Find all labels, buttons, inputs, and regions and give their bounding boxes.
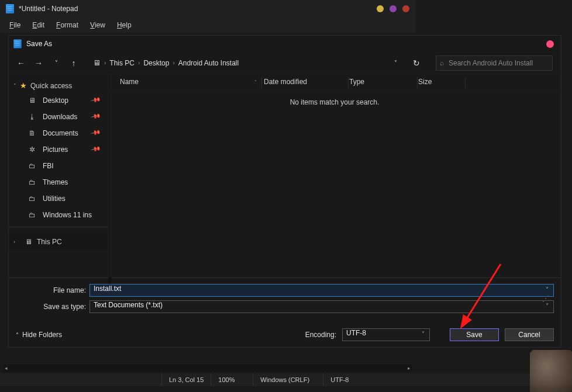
col-type[interactable]: Type — [349, 78, 418, 86]
sidebar-item-label: Desktop — [43, 96, 68, 105]
dialog-toolbar: ← → ˅ ↑ 🖥 › This PC › Desktop › Android … — [9, 52, 561, 74]
sidebar-item-label: Pictures — [43, 145, 68, 154]
dialog-footer: ˄ Hide Folders Encoding: UTF-8 Save Canc… — [9, 322, 561, 347]
sidebar-item-label: Themes — [43, 178, 68, 186]
encoding-label: Encoding: — [305, 331, 336, 339]
sidebar-list: 🖥Desktop📌 ⭳Downloads📌 🗎Documents📌 ✲Pictu… — [9, 92, 108, 223]
folder-icon: 🗀 — [27, 162, 37, 170]
dialog-close-dot[interactable] — [546, 40, 554, 48]
dialog-title: Save As — [26, 40, 546, 48]
refresh-button[interactable]: ↻ — [412, 59, 421, 67]
close-dot[interactable] — [402, 5, 409, 12]
hide-folders-toggle[interactable]: ˄ Hide Folders — [16, 331, 62, 339]
sidebar-item-win11[interactable]: 🗀Windows 11 ins — [23, 207, 108, 223]
desktop-icon: 🖥 — [27, 96, 37, 105]
status-cursor-pos: Ln 3, Col 15 — [161, 373, 211, 386]
filetype-label: Save as type: — [16, 303, 86, 311]
sidebar-item-label: Windows 11 ins — [43, 211, 92, 219]
quick-access-label: Quick access — [30, 82, 72, 90]
sort-indicator: ˄ — [254, 79, 257, 85]
minimize-dot[interactable] — [377, 5, 384, 12]
folder-icon: 🗀 — [27, 211, 37, 219]
sidebar-item-downloads[interactable]: ⭳Downloads📌 — [23, 109, 108, 125]
search-input[interactable]: ⌕ Search Android Auto Install — [436, 55, 553, 71]
pin-icon: 📌 — [90, 110, 104, 123]
dialog-titlebar: Save As — [9, 36, 561, 52]
maximize-dot[interactable] — [390, 5, 397, 12]
status-line-ending: Windows (CRLF) — [253, 373, 323, 386]
breadcrumb-seg-1[interactable]: Desktop — [143, 59, 169, 67]
resize-grip[interactable]: ⋰ — [542, 294, 549, 301]
sidebar-item-utilities[interactable]: 🗀Utilities — [23, 190, 108, 207]
sidebar-item-label: Documents — [43, 129, 78, 137]
menu-file[interactable]: File — [5, 20, 25, 30]
search-icon: ⌕ — [440, 59, 444, 67]
cancel-button[interactable]: Cancel — [505, 328, 554, 341]
dialog-body: ˅ ★ Quick access 🖥Desktop📌 ⭳Downloads📌 🗎… — [9, 74, 561, 277]
breadcrumb-seg-0[interactable]: This PC — [109, 59, 135, 67]
chevron-right-icon: › — [13, 239, 20, 245]
col-date-modified[interactable]: Date modified — [264, 78, 349, 86]
sidebar-this-pc[interactable]: › 🖥 This PC — [9, 234, 108, 249]
nav-arrows: ← → ˅ ↑ — [17, 59, 78, 67]
chevron-down-icon: ˅ — [13, 83, 16, 89]
sidebar-item-label: Utilities — [43, 195, 66, 203]
filetype-select[interactable]: Text Documents (*.txt) — [89, 300, 554, 313]
menu-edit[interactable]: Edit — [27, 20, 49, 30]
col-size[interactable]: Size — [418, 78, 465, 86]
pc-icon: 🖥 — [93, 58, 101, 67]
chevron-up-icon: ˄ — [16, 332, 19, 338]
sidebar: ˅ ★ Quick access 🖥Desktop📌 ⭳Downloads📌 🗎… — [9, 74, 108, 277]
chevron-right-icon: › — [104, 60, 106, 66]
sidebar-item-label: Downloads — [43, 113, 77, 121]
scroll-right-icon[interactable]: ▸ — [408, 365, 411, 371]
recent-dropdown[interactable]: ˅ — [52, 59, 60, 67]
search-placeholder: Search Android Auto Install — [449, 59, 533, 67]
pc-icon: 🖥 — [25, 238, 32, 246]
breadcrumb-seg-2[interactable]: Android Auto Install — [178, 59, 239, 67]
column-headers: Name˄ Date modified Type Size — [108, 74, 561, 90]
filename-input[interactable]: Install.txt — [89, 284, 554, 297]
scroll-left-icon[interactable]: ◂ — [5, 365, 8, 371]
pin-icon: 📌 — [90, 94, 104, 107]
back-button[interactable]: ← — [17, 59, 25, 67]
address-dropdown[interactable]: ˅ — [391, 59, 399, 67]
menu-format[interactable]: Format — [51, 20, 83, 30]
pin-icon: 📌 — [90, 127, 104, 140]
dialog-icon — [13, 39, 21, 48]
status-zoom: 100% — [211, 373, 253, 386]
dialog-form: File name: Install.txt Save as type: Tex… — [9, 277, 561, 322]
menu-view[interactable]: View — [85, 20, 110, 30]
chevron-right-icon: › — [173, 60, 174, 66]
status-bar: Ln 3, Col 15 100% Windows (CRLF) UTF-8 — [0, 373, 572, 386]
status-encoding: UTF-8 — [323, 373, 381, 386]
menu-bar: File Edit Format View Help — [0, 18, 415, 33]
sidebar-item-documents[interactable]: 🗎Documents📌 — [23, 125, 108, 141]
star-icon: ★ — [20, 81, 27, 90]
document-icon: 🗎 — [27, 129, 37, 137]
window-controls — [377, 5, 409, 12]
sidebar-item-desktop[interactable]: 🖥Desktop📌 — [23, 92, 108, 109]
folder-icon: 🗀 — [27, 178, 37, 186]
save-as-dialog: Save As ← → ˅ ↑ 🖥 › This PC › Desktop › … — [8, 35, 561, 348]
sidebar-item-pictures[interactable]: ✲Pictures📌 — [23, 141, 108, 158]
sidebar-item-fbi[interactable]: 🗀FBI — [23, 158, 108, 174]
encoding-select[interactable]: UTF-8 — [342, 328, 430, 341]
sidebar-item-themes[interactable]: 🗀Themes — [23, 174, 108, 190]
divider — [9, 227, 108, 227]
notepad-hscrollbar[interactable]: ◂ ▸ — [4, 364, 412, 372]
filename-label: File name: — [16, 286, 86, 294]
forward-button[interactable]: → — [35, 59, 43, 67]
breadcrumb[interactable]: 🖥 › This PC › Desktop › Android Auto Ins… — [93, 58, 385, 67]
folder-icon: 🗀 — [27, 195, 37, 203]
notepad-titlebar: *Untitled - Notepad — [0, 0, 415, 18]
menu-help[interactable]: Help — [112, 20, 136, 30]
window-title: *Untitled - Notepad — [19, 5, 377, 13]
file-list-pane: Name˄ Date modified Type Size No items m… — [108, 74, 561, 277]
col-name[interactable]: Name˄ — [120, 78, 264, 86]
this-pc-label: This PC — [37, 238, 62, 246]
save-button[interactable]: Save — [450, 328, 499, 341]
sidebar-quick-access[interactable]: ˅ ★ Quick access — [9, 79, 108, 92]
up-button[interactable]: ↑ — [70, 59, 78, 67]
sidebar-item-label: FBI — [43, 162, 54, 170]
